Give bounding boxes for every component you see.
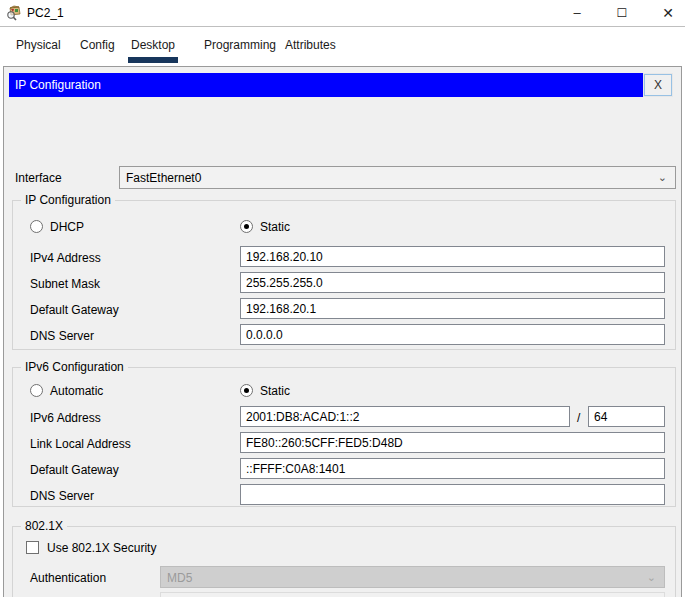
ipv4-address-label: IPv4 Address (30, 251, 101, 265)
dialog-header: IP Configuration X (9, 73, 673, 97)
interface-value: FastEthernet0 (126, 171, 201, 185)
dns-server-label: DNS Server (30, 329, 94, 343)
window-titlebar: PC2_1 – ☐ ✕ (0, 0, 685, 27)
authentication-value: MD5 (167, 571, 192, 585)
close-button[interactable]: ✕ (651, 0, 685, 26)
static-radio-ipv6[interactable] (240, 384, 253, 397)
prefix-separator: / (577, 411, 580, 425)
dialog-title: IP Configuration (15, 78, 101, 92)
ipv6-configuration-legend: IPv6 Configuration (21, 360, 128, 374)
tab-bar: Physical Config Desktop Programming Attr… (0, 28, 685, 66)
tab-physical[interactable]: Physical (16, 38, 61, 64)
tab-attributes[interactable]: Attributes (285, 38, 336, 64)
ipv6-address-label: IPv6 Address (30, 411, 101, 425)
ipv6-address-input[interactable] (240, 406, 570, 427)
dot1x-group: 802.1X Use 802.1X Security Authenticatio… (12, 526, 676, 597)
automatic-radio-label: Automatic (50, 384, 103, 398)
ipv6-configuration-group: IPv6 Configuration Automatic Static IPv6… (12, 367, 676, 507)
dns-server-input[interactable] (240, 324, 665, 345)
use-8021x-security-checkbox[interactable] (26, 541, 39, 554)
window-title: PC2_1 (27, 6, 64, 20)
ipv6-dns-server-label: DNS Server (30, 489, 94, 503)
dot1x-legend: 802.1X (21, 519, 67, 533)
automatic-radio[interactable] (30, 384, 43, 397)
authentication-label: Authentication (30, 571, 106, 585)
interface-label: Interface (15, 171, 62, 185)
static-radio-ipv4[interactable] (240, 220, 253, 233)
interface-select[interactable]: FastEthernet0 ⌄ (119, 166, 676, 189)
tab-config[interactable]: Config (80, 38, 115, 64)
chevron-down-icon: ⌄ (658, 171, 667, 184)
tab-desktop[interactable]: Desktop (131, 38, 175, 64)
ipv6-prefix-input[interactable] (588, 406, 665, 427)
packet-tracer-icon (6, 5, 22, 21)
username-input (160, 592, 665, 597)
tab-programming[interactable]: Programming (204, 38, 276, 64)
subnet-mask-input[interactable] (240, 272, 665, 293)
subnet-mask-label: Subnet Mask (30, 277, 100, 291)
ipv4-address-input[interactable] (240, 246, 665, 267)
ipv6-default-gateway-label: Default Gateway (30, 463, 119, 477)
authentication-select: MD5 ⌄ (160, 566, 665, 588)
minimize-button[interactable]: – (560, 0, 594, 26)
static-radio-ipv4-label: Static (260, 220, 290, 234)
maximize-button[interactable]: ☐ (605, 0, 639, 26)
link-local-address-input[interactable] (240, 432, 665, 453)
dhcp-radio[interactable] (30, 220, 43, 233)
default-gateway-label: Default Gateway (30, 303, 119, 317)
ip-configuration-legend: IP Configuration (21, 193, 115, 207)
link-local-address-label: Link Local Address (30, 437, 131, 451)
use-8021x-security-label: Use 802.1X Security (47, 541, 156, 555)
dhcp-radio-label: DHCP (50, 220, 84, 234)
dialog-close-button[interactable]: X (644, 74, 672, 96)
desktop-panel: IP Configuration X Interface FastEtherne… (3, 66, 682, 597)
ip-configuration-group: IP Configuration DHCP Static IPv4 Addres… (12, 200, 676, 350)
ipv6-dns-server-input[interactable] (240, 484, 665, 505)
default-gateway-input[interactable] (240, 298, 665, 319)
static-radio-ipv6-label: Static (260, 384, 290, 398)
ipv6-default-gateway-input[interactable] (240, 458, 665, 479)
chevron-down-icon: ⌄ (647, 571, 656, 584)
